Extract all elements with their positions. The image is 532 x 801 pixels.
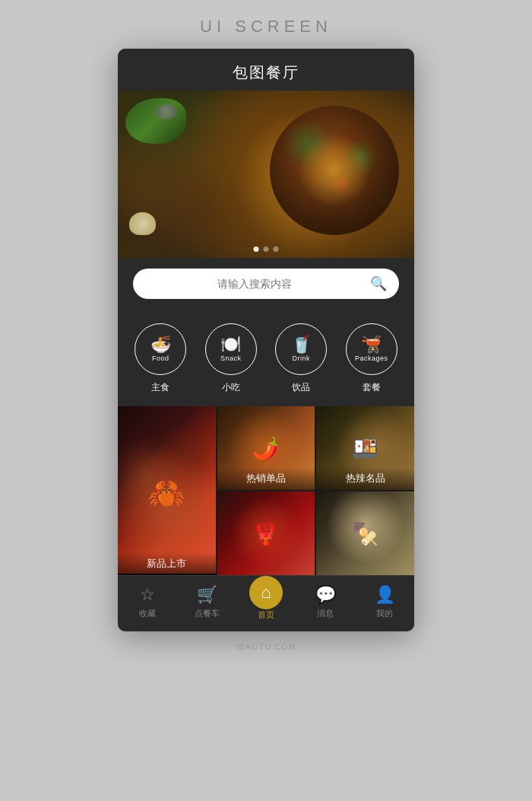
hero-bg bbox=[118, 91, 414, 258]
category-section: 🍜 Food 主食 🍽️ Snack 小吃 🥤 Drink 饮品 🫕 Packa… bbox=[118, 310, 414, 406]
app-title: 包图餐厅 bbox=[118, 62, 414, 83]
profile-label: 我的 bbox=[376, 608, 393, 619]
grid-item-top[interactable]: 热销单品 bbox=[217, 406, 315, 490]
grid-label-top: 热销单品 bbox=[217, 467, 315, 490]
category-drink[interactable]: 🥤 Drink 饮品 bbox=[275, 323, 327, 394]
food-en-label: Food bbox=[152, 354, 169, 362]
category-drink-circle: 🥤 Drink bbox=[275, 323, 327, 375]
grid-item-spicy[interactable]: 热辣名品 bbox=[316, 406, 414, 490]
drink-zh-label: 饮品 bbox=[292, 381, 310, 394]
app-header: 包图餐厅 bbox=[118, 49, 414, 91]
nav-profile[interactable]: 👤 我的 bbox=[362, 585, 407, 619]
favorites-icon: ☆ bbox=[140, 585, 155, 605]
category-snack[interactable]: 🍽️ Snack 小吃 bbox=[205, 323, 257, 394]
search-icon[interactable]: 🔍 bbox=[370, 275, 387, 292]
grid-item-extra1[interactable] bbox=[217, 491, 315, 575]
dot-1[interactable] bbox=[254, 246, 259, 252]
spice-bowl-decoration bbox=[156, 104, 177, 119]
search-input[interactable] bbox=[145, 278, 364, 290]
profile-icon: 👤 bbox=[375, 585, 395, 605]
home-icon: ⌂ bbox=[249, 576, 283, 609]
grid-label-spicy: 热辣名品 bbox=[316, 467, 414, 490]
nav-message[interactable]: 💬 消息 bbox=[302, 585, 348, 619]
packages-zh-label: 套餐 bbox=[363, 381, 381, 394]
grid-img-extra1 bbox=[217, 491, 315, 575]
packages-en-label: Packages bbox=[355, 354, 388, 362]
cart-icon: 🛒 bbox=[197, 585, 217, 605]
favorites-label: 收藏 bbox=[139, 608, 156, 619]
food-plate bbox=[270, 106, 399, 235]
drink-en-label: Drink bbox=[292, 354, 310, 362]
search-section: 🔍 bbox=[118, 258, 414, 310]
bottom-watermark: IBAOTU.COM bbox=[236, 642, 296, 651]
nav-cart[interactable]: 🛒 点餐车 bbox=[184, 585, 230, 619]
food-zh-label: 主食 bbox=[151, 381, 169, 394]
category-snack-circle: 🍽️ Snack bbox=[205, 323, 257, 375]
nav-favorites[interactable]: ☆ 收藏 bbox=[125, 585, 170, 619]
grid-item-new[interactable]: 新品上市 bbox=[118, 406, 216, 575]
banner-dots bbox=[254, 246, 279, 252]
garlic-decoration bbox=[129, 212, 156, 235]
category-packages-circle: 🫕 Packages bbox=[346, 323, 397, 375]
herbs-decoration bbox=[125, 98, 186, 144]
snack-en-label: Snack bbox=[220, 354, 242, 362]
category-food[interactable]: 🍜 Food 主食 bbox=[135, 323, 186, 394]
nav-home[interactable]: ⌂ 首页 bbox=[243, 583, 289, 621]
message-icon: 💬 bbox=[315, 585, 336, 605]
message-label: 消息 bbox=[317, 608, 334, 619]
dot-3[interactable] bbox=[274, 246, 279, 252]
bottom-nav: ☆ 收藏 🛒 点餐车 ⌂ 首页 💬 消息 👤 我的 bbox=[118, 575, 414, 631]
grid-label-new: 新品上市 bbox=[118, 552, 216, 575]
food-grid: 新品上市 热销单品 热辣名品 bbox=[118, 406, 414, 575]
category-food-circle: 🍜 Food bbox=[135, 323, 186, 375]
food-items bbox=[270, 106, 399, 235]
home-label: 首页 bbox=[258, 609, 274, 621]
drink-icon: 🥤 bbox=[291, 336, 312, 353]
phone-frame: 包图餐厅 🔍 🍜 Food bbox=[118, 49, 414, 631]
cart-label: 点餐车 bbox=[195, 608, 220, 619]
ui-screen-label: UI SCREEN bbox=[200, 17, 332, 37]
snack-icon: 🍽️ bbox=[220, 336, 241, 353]
search-bar[interactable]: 🔍 bbox=[133, 269, 399, 299]
hero-banner[interactable] bbox=[118, 91, 414, 258]
packages-icon: 🫕 bbox=[361, 336, 382, 353]
dot-2[interactable] bbox=[264, 246, 269, 252]
snack-zh-label: 小吃 bbox=[222, 381, 240, 394]
grid-item-extra2[interactable] bbox=[316, 491, 414, 575]
grid-img-extra2 bbox=[316, 491, 414, 575]
grid-img-new bbox=[118, 406, 216, 574]
category-packages[interactable]: 🫕 Packages 套餐 bbox=[346, 323, 397, 394]
food-icon: 🍜 bbox=[150, 336, 171, 353]
